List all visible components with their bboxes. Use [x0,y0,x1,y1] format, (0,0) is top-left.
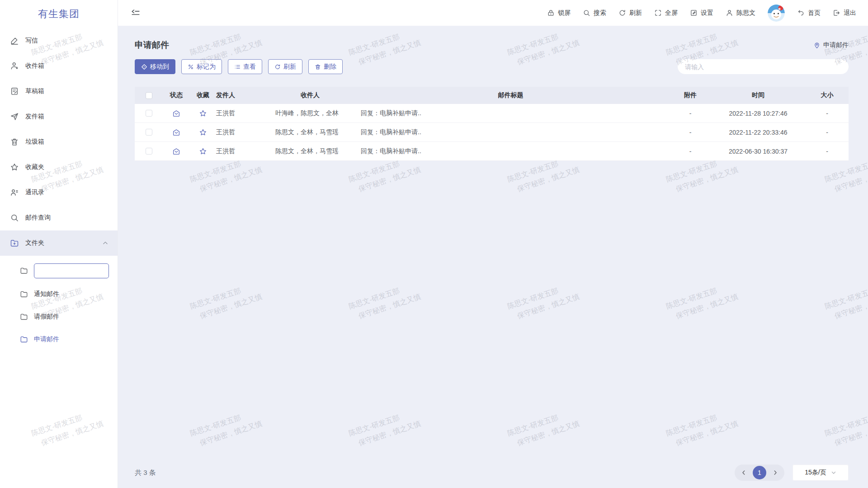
sidebar-item-favorites[interactable]: 收藏夹 [0,155,118,180]
page-size-select[interactable]: 15条/页 [793,465,849,481]
search-icon [583,9,590,17]
folder-item-apply[interactable]: 申请邮件 [0,328,118,351]
row-checkbox[interactable] [146,110,152,117]
toolbar: 移动到 标记为 查看 刷新 删除 [135,59,849,74]
folder-item-label: 请假邮件 [34,313,59,321]
cell-subject[interactable]: 回复：电脑补贴申请.. [351,147,421,155]
sidebar-item-label: 发件箱 [25,113,44,121]
list-search-input[interactable] [685,63,841,70]
sidebar-item-label: 垃圾箱 [25,138,44,146]
folder-icon [20,267,28,275]
move-to-button[interactable]: 移动到 [135,59,175,74]
content-spacer [135,161,849,464]
col-header-status: 状态 [170,91,183,99]
list-search [678,59,849,74]
col-header-sender: 发件人 [216,91,235,99]
view-button[interactable]: 查看 [228,59,262,74]
logout-button[interactable]: 退出 [833,9,856,17]
page-number[interactable]: 1 [753,466,766,479]
sidebar-item-label: 邮件查询 [25,214,51,222]
right-pane: 锁屏 搜索 刷新 全屏 设置 [118,0,868,488]
row-checkbox[interactable] [146,129,152,136]
move-to-label: 移动到 [150,63,169,71]
cell-recipients: 陈思文，全林，马雪瑶 [269,128,339,136]
sidebar-item-label: 收藏夹 [25,163,44,171]
cell-subject[interactable]: 回复：电脑补贴申请.. [351,109,421,117]
send-icon [10,112,19,121]
cell-time: 2022-11-22 20:33:46 [729,129,788,136]
inbox-user-icon [10,61,19,70]
home-label: 首页 [808,9,821,17]
fullscreen-icon [654,9,662,17]
settings-label: 设置 [701,9,713,17]
mail-table: 状态 收藏 发件人 收件人 邮件标题 附件 时间 大小 王洪哲 叶海峰，陈思文，… [135,87,849,161]
chevron-up-icon[interactable] [102,240,108,246]
contacts-icon [10,188,19,197]
home-button[interactable]: 首页 [797,9,821,17]
settings-button[interactable]: 设置 [690,9,713,17]
favorite-star-icon[interactable] [199,109,207,117]
global-search-button[interactable]: 搜索 [583,9,606,17]
table-footer: 共 3 条 1 15条/页 [135,464,849,482]
global-search-label: 搜索 [594,9,606,17]
sidebar-item-compose[interactable]: 写信 [0,28,118,53]
table-row[interactable]: 王洪哲 陈思文，全林，马雪瑶 回复：电脑补贴申请.. - 2022-11-22 … [135,123,849,142]
breadcrumb-label: 申请邮件 [823,41,849,49]
row-checkbox[interactable] [146,148,152,155]
delete-button[interactable]: 删除 [308,59,343,74]
folder-children: 通知邮件 请假邮件 申请邮件 [0,256,118,351]
fold-sidebar-icon[interactable] [131,8,141,18]
fullscreen-label: 全屏 [665,9,678,17]
page-head: 申请邮件 申请邮件 [135,39,849,51]
table-row[interactable]: 王洪哲 叶海峰，陈思文，全林 回复：电脑补贴申请.. - 2022-11-28 … [135,104,849,123]
sidebar-item-folders[interactable]: 文件夹 [0,230,118,256]
select-all-checkbox[interactable] [146,92,152,99]
prev-page-icon[interactable] [740,469,747,476]
user-icon [726,9,733,17]
avatar[interactable] [768,5,785,22]
cell-attachment: - [689,110,692,117]
sidebar-item-trash[interactable]: 垃圾箱 [0,129,118,155]
cell-subject[interactable]: 回复：电脑补贴申请.. [351,128,421,136]
folder-name-input[interactable] [34,263,109,278]
cell-sender: 王洪哲 [216,147,235,155]
cell-recipients: 陈思文，全林，马雪瑶 [269,147,339,155]
cell-attachment: - [689,148,692,155]
folder-item-notify[interactable]: 通知邮件 [0,283,118,305]
next-page-icon[interactable] [772,469,779,476]
refresh-button[interactable]: 刷新 [618,9,642,17]
sidebar: 有生集团 写信 收件箱 草稿箱 发件箱 垃圾箱 [0,0,118,488]
favorite-star-icon[interactable] [199,147,207,155]
lock-screen-button[interactable]: 锁屏 [547,9,571,17]
new-folder-row [0,258,118,283]
table-header-row: 状态 收藏 发件人 收件人 邮件标题 附件 时间 大小 [135,87,849,104]
mark-as-button[interactable]: 标记为 [181,59,222,74]
sidebar-item-inbox[interactable]: 收件箱 [0,53,118,79]
mark-as-icon [188,64,194,70]
folder-item-label: 申请邮件 [34,335,59,343]
fullscreen-button[interactable]: 全屏 [654,9,678,17]
cell-size: - [826,129,828,136]
logout-label: 退出 [844,9,856,17]
current-user[interactable]: 陈思文 [726,9,755,17]
sidebar-item-drafts[interactable]: 草稿箱 [0,79,118,104]
page-title: 申请邮件 [135,39,169,51]
table-row[interactable]: 王洪哲 陈思文，全林，马雪瑶 回复：电脑补贴申请.. - 2022-06-30 … [135,142,849,161]
col-header-favorite: 收藏 [197,91,209,99]
favorite-star-icon[interactable] [199,128,207,136]
folder-icon [20,290,28,298]
topbar-right: 锁屏 搜索 刷新 全屏 设置 [547,5,856,22]
sidebar-item-contacts[interactable]: 通讯录 [0,180,118,205]
refresh-list-button[interactable]: 刷新 [268,59,302,74]
star-icon [10,163,19,172]
refresh-icon [618,9,626,17]
list-view-icon [234,64,241,70]
folder-item-leave[interactable]: 请假邮件 [0,305,118,328]
mail-open-icon [172,109,180,117]
cell-attachment: - [689,129,692,136]
sidebar-item-mail-search[interactable]: 邮件查询 [0,205,118,230]
chevron-down-icon [831,470,836,475]
sidebar-item-sent[interactable]: 发件箱 [0,104,118,129]
topbar: 锁屏 搜索 刷新 全屏 设置 [118,0,868,26]
refresh-icon [274,64,281,70]
